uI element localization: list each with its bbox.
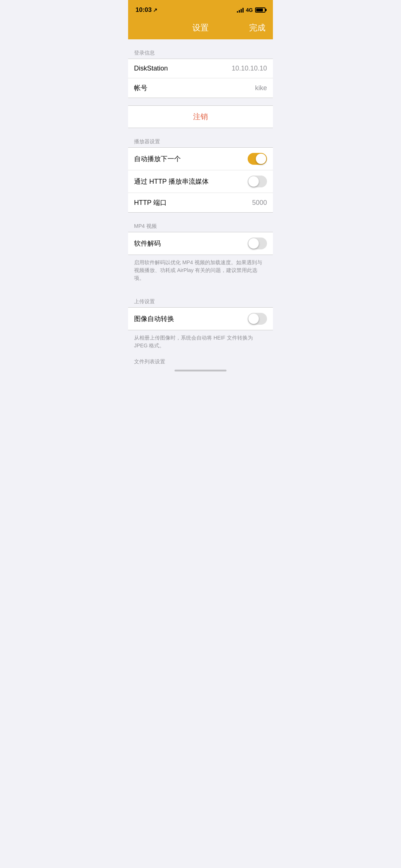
http-port-value: 5000 (252, 199, 267, 207)
player-section: 播放器设置 自动播放下一个 通过 HTTP 播放串流媒体 HTTP 端口 500… (128, 135, 273, 213)
status-bar: 10:03 ↗ 4G (128, 0, 273, 19)
software-decode-toggle-knob (248, 238, 259, 249)
location-icon: ↗ (153, 7, 157, 13)
signal-bar-4 (242, 8, 244, 13)
signal-bar-1 (237, 11, 238, 13)
mp4-section: MP4 视频 软件解码 启用软件解码以优化 MP4 视频的加载速度。如果遇到与视… (128, 220, 273, 288)
account-row[interactable]: 帐号 kike (128, 78, 273, 98)
http-stream-row[interactable]: 通过 HTTP 播放串流媒体 (128, 170, 273, 193)
diskstation-value: 10.10.10.10 (232, 65, 267, 72)
player-section-header: 播放器设置 (128, 135, 273, 147)
battery-icon (255, 7, 265, 13)
diskstation-label: DiskStation (134, 65, 168, 72)
logout-label: 注销 (193, 112, 208, 122)
software-decode-label: 软件解码 (134, 239, 161, 248)
network-label: 4G (246, 7, 253, 13)
image-convert-toggle[interactable] (248, 313, 267, 325)
status-right-icons: 4G (237, 7, 265, 13)
auto-play-label: 自动播放下一个 (134, 154, 181, 163)
image-convert-toggle-knob (248, 314, 259, 324)
nav-bar: 设置 完成 (128, 19, 273, 39)
upload-section: 上传设置 图像自动转换 从相册上传图像时，系统会自动将 HEIF 文件转换为 J… (128, 295, 273, 356)
http-stream-label: 通过 HTTP 播放串流媒体 (134, 177, 209, 186)
upload-section-header: 上传设置 (128, 295, 273, 307)
signal-bar-3 (241, 9, 242, 13)
software-decode-toggle[interactable] (248, 238, 267, 249)
player-section-body: 自动播放下一个 通过 HTTP 播放串流媒体 HTTP 端口 5000 (128, 147, 273, 213)
login-section: 登录信息 DiskStation 10.10.10.10 帐号 kike (128, 47, 273, 98)
logout-section: 注销 (128, 105, 273, 128)
account-value: kike (255, 84, 267, 92)
done-button[interactable]: 完成 (249, 22, 265, 33)
page-title: 设置 (192, 22, 209, 33)
mp4-section-body: 软件解码 (128, 232, 273, 255)
image-convert-label: 图像自动转换 (134, 314, 174, 323)
software-decode-row[interactable]: 软件解码 (128, 232, 273, 255)
battery-fill (256, 9, 263, 12)
auto-play-row[interactable]: 自动播放下一个 (128, 148, 273, 170)
auto-play-toggle[interactable] (248, 153, 267, 165)
diskstation-row[interactable]: DiskStation 10.10.10.10 (128, 59, 273, 78)
http-stream-toggle[interactable] (248, 176, 267, 187)
home-bar (175, 370, 226, 371)
http-port-label: HTTP 端口 (134, 198, 167, 207)
mp4-description: 启用软件解码以优化 MP4 视频的加载速度。如果遇到与视频播放、功耗或 AirP… (128, 255, 273, 288)
http-port-row[interactable]: HTTP 端口 5000 (128, 193, 273, 212)
upload-section-body: 图像自动转换 (128, 307, 273, 330)
http-stream-toggle-knob (248, 176, 259, 187)
login-section-body: DiskStation 10.10.10.10 帐号 kike (128, 59, 273, 98)
signal-bar-2 (239, 10, 240, 13)
auto-play-toggle-knob (256, 154, 266, 164)
logout-button[interactable]: 注销 (128, 106, 273, 128)
file-list-section-header: 文件列表设置 (128, 356, 273, 367)
status-time: 10:03 ↗ (136, 6, 157, 14)
login-section-header: 登录信息 (128, 47, 273, 59)
upload-description: 从相册上传图像时，系统会自动将 HEIF 文件转换为 JPEG 格式。 (128, 330, 273, 356)
mp4-section-header: MP4 视频 (128, 220, 273, 232)
account-label: 帐号 (134, 83, 147, 92)
signal-icon (237, 7, 244, 13)
home-indicator (128, 367, 273, 374)
time-text: 10:03 (136, 6, 151, 14)
image-convert-row[interactable]: 图像自动转换 (128, 308, 273, 330)
